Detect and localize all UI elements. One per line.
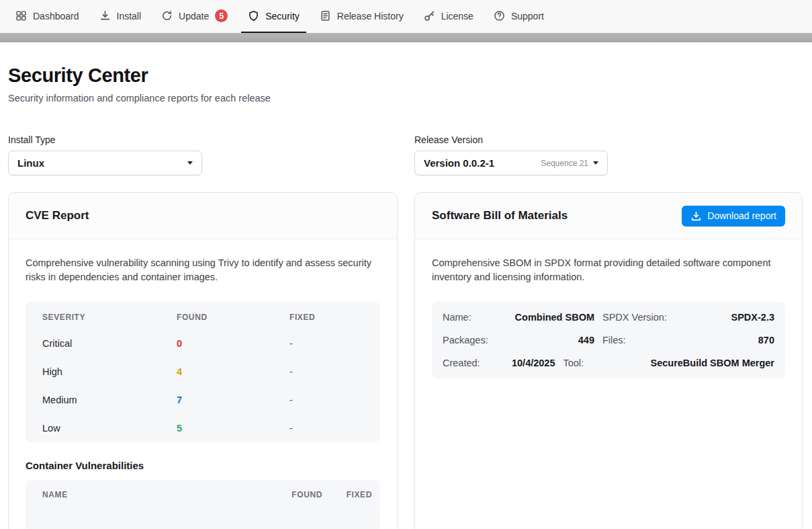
main-content: Security Center Security information and… [0, 65, 812, 529]
container-vulnerabilities-title: Container Vulnerabilities [26, 460, 380, 471]
nav-label: Update [179, 11, 209, 22]
cve-report-body: Comprehensive vulnerability scanning usi… [9, 239, 397, 529]
download-report-label: Download report [707, 210, 776, 221]
sbom-header: Software Bill of Materials Download repo… [415, 193, 802, 239]
detail-label: Tool: [563, 358, 642, 368]
nav-item-security[interactable]: Security [241, 0, 306, 33]
col-severity: SEVERITY [42, 313, 177, 322]
table-row: High 4 - [26, 358, 380, 386]
download-report-button[interactable]: Download report [682, 206, 785, 227]
dashboard-icon [15, 10, 27, 22]
release-version-meta-group: Sequence 21 [541, 159, 598, 168]
nav-label: License [441, 11, 473, 22]
severity-fixed-count: - [289, 395, 363, 405]
sbom-title: Software Bill of Materials [432, 209, 568, 222]
severity-found-count: 4 [177, 366, 289, 377]
sbom-description: Comprehensive SBOM in SPDX format provid… [432, 256, 785, 285]
sbom-details-panel: Name: Combined SBOM SPDX Version: SPDX-2… [432, 302, 785, 378]
container-vulnerabilities-table: NAME FOUND FIXED [26, 480, 380, 529]
table-row: Medium 7 - [26, 386, 380, 414]
chevron-down-icon [593, 161, 598, 165]
detail-value: SecureBuild SBOM Merger [650, 358, 774, 368]
col-found: FOUND [281, 490, 322, 499]
detail-row: Packages: 449 Files: 870 [443, 329, 774, 352]
install-type-select[interactable]: Linux [8, 151, 202, 175]
sbom-card: Software Bill of Materials Download repo… [414, 192, 803, 529]
severity-fixed-count: - [289, 423, 363, 434]
detail-label: SPDX Version: [602, 312, 682, 323]
license-key-icon [424, 10, 435, 22]
nav-label: Support [511, 11, 544, 22]
nav-item-update[interactable]: Update 5 [154, 0, 234, 33]
nav-label: Release History [337, 11, 404, 22]
detail-label: Packages: [443, 335, 502, 345]
col-fixed: FIXED [339, 490, 372, 499]
cve-report-card: CVE Report Comprehensive vulnerability s… [8, 192, 398, 529]
security-shield-icon [248, 10, 259, 22]
cve-report-title: CVE Report [26, 209, 89, 222]
install-type-value: Linux [17, 157, 44, 169]
severity-found-count: 7 [177, 395, 289, 405]
table-row: Critical 0 - [26, 329, 380, 358]
sbom-body: Comprehensive SBOM in SPDX format provid… [415, 239, 802, 395]
severity-table-header: SEVERITY FOUND FIXED [26, 302, 380, 329]
release-version-sequence: Sequence 21 [541, 159, 588, 168]
release-version-select[interactable]: Version 0.0.2-1 Sequence 21 [414, 151, 608, 175]
release-version-label: Release Version [414, 134, 803, 145]
filters-row: Install Type Linux Release Version Versi… [8, 134, 803, 175]
nav-item-license[interactable]: License [417, 0, 480, 33]
col-found: FOUND [177, 313, 289, 322]
page-subtitle: Security information and compliance repo… [8, 93, 803, 104]
nav-item-dashboard[interactable]: Dashboard [9, 0, 86, 33]
severity-name: Low [42, 423, 177, 434]
nav-label: Install [117, 11, 142, 22]
severity-table: SEVERITY FOUND FIXED Critical 0 - High 4… [26, 302, 380, 442]
container-table-header: NAME FOUND FIXED [26, 480, 380, 507]
col-fixed: FIXED [289, 313, 363, 322]
nav-item-support[interactable]: Support [487, 0, 551, 33]
severity-fixed-count: - [289, 366, 363, 377]
install-type-field: Install Type Linux [8, 134, 398, 175]
nav-label: Dashboard [33, 11, 79, 22]
severity-name: Critical [42, 338, 177, 349]
install-icon [99, 10, 111, 22]
severity-name: Medium [42, 395, 177, 405]
release-history-icon [320, 10, 331, 22]
detail-label: Created: [443, 358, 502, 368]
divider-bar [0, 33, 812, 42]
update-icon [161, 10, 173, 22]
detail-row: Created: 10/4/2025 Tool: SecureBuild SBO… [443, 352, 774, 374]
nav-label: Security [265, 11, 300, 22]
detail-label: Name: [443, 312, 502, 323]
cve-report-header: CVE Report [9, 193, 397, 239]
download-icon [690, 210, 702, 222]
detail-value: 10/4/2025 [510, 358, 555, 368]
nav-item-release-history[interactable]: Release History [313, 0, 410, 33]
table-row: Low 5 - [26, 414, 380, 442]
release-version-value: Version 0.0.2-1 [424, 157, 494, 169]
detail-value: Combined SBOM [510, 312, 594, 323]
top-nav: Dashboard Install Update 5 Security Rele… [0, 0, 812, 33]
page-title: Security Center [8, 65, 803, 87]
detail-value: SPDX-2.3 [690, 312, 774, 323]
report-cards: CVE Report Comprehensive vulnerability s… [8, 192, 803, 529]
col-name: NAME [42, 490, 265, 499]
chevron-down-icon [187, 161, 193, 165]
cve-report-description: Comprehensive vulnerability scanning usi… [26, 256, 380, 285]
detail-label: Files: [602, 335, 682, 345]
severity-found-count: 5 [177, 423, 289, 434]
detail-value: 449 [510, 335, 594, 345]
detail-value: 870 [690, 335, 774, 345]
severity-name: High [42, 366, 177, 377]
severity-fixed-count: - [289, 338, 363, 349]
detail-row: Name: Combined SBOM SPDX Version: SPDX-2… [443, 306, 774, 329]
nav-item-install[interactable]: Install [93, 0, 148, 33]
support-icon [494, 10, 505, 22]
severity-found-count: 0 [177, 338, 289, 349]
update-count-badge: 5 [215, 9, 228, 22]
release-version-field: Release Version Version 0.0.2-1 Sequence… [414, 134, 803, 175]
install-type-label: Install Type [8, 134, 398, 145]
